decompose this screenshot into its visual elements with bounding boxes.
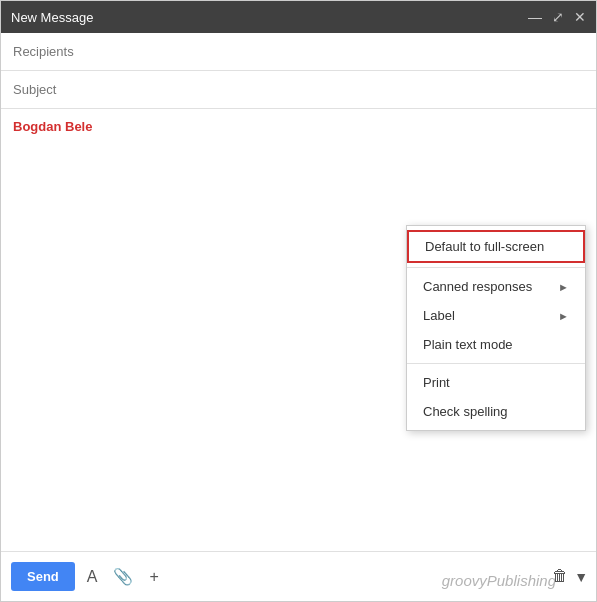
title-bar: New Message — ⤢ ✕ — [1, 1, 596, 33]
context-menu-item-check-spelling[interactable]: Check spelling — [407, 397, 585, 426]
body-area[interactable]: Bogdan Bele Default to full-screen Canne… — [1, 109, 596, 551]
subject-input[interactable] — [13, 82, 584, 97]
expand-button[interactable]: ⤢ — [552, 9, 564, 25]
more-options-inline-icon[interactable]: + — [145, 564, 162, 590]
format-text-icon[interactable]: A — [83, 564, 102, 590]
context-menu-item-default-fullscreen[interactable]: Default to full-screen — [407, 230, 585, 263]
minimize-button[interactable]: — — [528, 9, 542, 25]
more-options-icon[interactable]: ▼ — [574, 569, 588, 585]
attach-icon[interactable]: 📎 — [109, 563, 137, 590]
arrow-right-icon: ► — [558, 281, 569, 293]
arrow-right-icon-label: ► — [558, 310, 569, 322]
recipients-input[interactable] — [13, 44, 584, 59]
window-title: New Message — [11, 10, 93, 25]
trash-icon[interactable]: 🗑 — [552, 567, 568, 585]
body-text: Bogdan Bele — [13, 119, 584, 134]
watermark: groovyPublishing — [442, 572, 556, 589]
recipients-row — [1, 33, 596, 71]
window-controls: — ⤢ ✕ — [528, 9, 586, 25]
context-menu-item-label[interactable]: Label ► — [407, 301, 585, 330]
context-menu-item-canned-responses[interactable]: Canned responses ► — [407, 272, 585, 301]
context-menu-separator-1 — [407, 267, 585, 268]
context-menu-item-plain-text[interactable]: Plain text mode — [407, 330, 585, 359]
context-menu-separator-2 — [407, 363, 585, 364]
close-button[interactable]: ✕ — [574, 9, 586, 25]
toolbar: Send A 📎 + groovyPublishing 🗑 ▼ — [1, 551, 596, 601]
context-menu-item-print[interactable]: Print — [407, 368, 585, 397]
compose-window: New Message — ⤢ ✕ Bogdan Bele Default to… — [0, 0, 597, 602]
subject-row — [1, 71, 596, 109]
send-button[interactable]: Send — [11, 562, 75, 591]
context-menu: Default to full-screen Canned responses … — [406, 225, 586, 431]
